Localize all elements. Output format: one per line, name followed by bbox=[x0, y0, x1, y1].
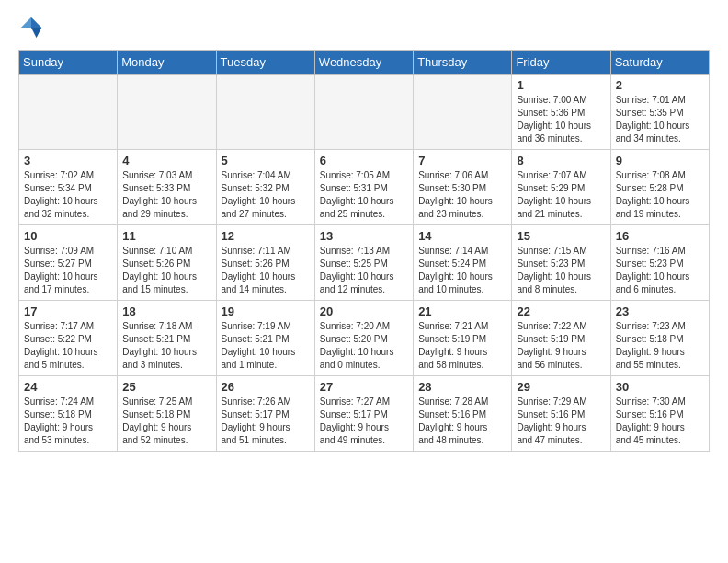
day-info: Sunrise: 7:11 AM Sunset: 5:26 PM Dayligh… bbox=[222, 245, 310, 296]
calendar-cell: 30Sunrise: 7:30 AM Sunset: 5:16 PM Dayli… bbox=[610, 376, 709, 452]
day-number: 17 bbox=[24, 304, 112, 318]
day-number: 29 bbox=[517, 380, 605, 394]
calendar-cell: 27Sunrise: 7:27 AM Sunset: 5:17 PM Dayli… bbox=[314, 376, 413, 452]
day-info: Sunrise: 7:00 AM Sunset: 5:36 PM Dayligh… bbox=[517, 94, 605, 145]
day-number: 26 bbox=[222, 380, 310, 394]
calendar-cell: 2Sunrise: 7:01 AM Sunset: 5:35 PM Daylig… bbox=[610, 75, 709, 150]
weekday-header: Saturday bbox=[610, 51, 709, 75]
day-number: 19 bbox=[222, 304, 310, 318]
day-number: 5 bbox=[222, 154, 310, 167]
calendar-cell bbox=[414, 75, 512, 150]
calendar-cell: 28Sunrise: 7:28 AM Sunset: 5:16 PM Dayli… bbox=[414, 376, 512, 452]
calendar-cell: 25Sunrise: 7:25 AM Sunset: 5:18 PM Dayli… bbox=[118, 376, 216, 452]
calendar-cell: 26Sunrise: 7:26 AM Sunset: 5:17 PM Dayli… bbox=[216, 376, 314, 452]
calendar-cell bbox=[118, 75, 216, 150]
calendar-cell: 29Sunrise: 7:29 AM Sunset: 5:16 PM Dayli… bbox=[512, 376, 610, 452]
svg-marker-2 bbox=[21, 17, 31, 28]
calendar-week-row: 24Sunrise: 7:24 AM Sunset: 5:18 PM Dayli… bbox=[19, 376, 710, 452]
calendar-cell: 4Sunrise: 7:03 AM Sunset: 5:33 PM Daylig… bbox=[118, 150, 216, 225]
day-number: 18 bbox=[122, 304, 210, 318]
day-number: 27 bbox=[320, 380, 408, 394]
day-info: Sunrise: 7:10 AM Sunset: 5:26 PM Dayligh… bbox=[122, 245, 210, 296]
day-info: Sunrise: 7:29 AM Sunset: 5:16 PM Dayligh… bbox=[517, 396, 605, 447]
day-number: 9 bbox=[616, 154, 704, 167]
day-number: 22 bbox=[517, 304, 605, 318]
day-info: Sunrise: 7:01 AM Sunset: 5:35 PM Dayligh… bbox=[616, 94, 704, 145]
day-info: Sunrise: 7:09 AM Sunset: 5:27 PM Dayligh… bbox=[24, 245, 112, 296]
day-number: 15 bbox=[517, 229, 605, 243]
day-info: Sunrise: 7:30 AM Sunset: 5:16 PM Dayligh… bbox=[616, 396, 704, 447]
day-number: 8 bbox=[517, 154, 605, 167]
day-number: 28 bbox=[418, 380, 506, 394]
calendar-cell: 11Sunrise: 7:10 AM Sunset: 5:26 PM Dayli… bbox=[118, 225, 216, 301]
day-number: 14 bbox=[418, 229, 506, 243]
day-info: Sunrise: 7:07 AM Sunset: 5:29 PM Dayligh… bbox=[517, 169, 605, 221]
day-number: 1 bbox=[517, 78, 605, 92]
day-info: Sunrise: 7:28 AM Sunset: 5:16 PM Dayligh… bbox=[418, 396, 506, 447]
calendar-cell: 6Sunrise: 7:05 AM Sunset: 5:31 PM Daylig… bbox=[314, 150, 413, 225]
weekday-header: Wednesday bbox=[314, 51, 413, 75]
weekday-header: Thursday bbox=[414, 51, 512, 75]
calendar-cell: 18Sunrise: 7:18 AM Sunset: 5:21 PM Dayli… bbox=[118, 301, 216, 376]
calendar-week-row: 3Sunrise: 7:02 AM Sunset: 5:34 PM Daylig… bbox=[19, 150, 710, 225]
day-info: Sunrise: 7:23 AM Sunset: 5:18 PM Dayligh… bbox=[616, 320, 704, 372]
day-number: 30 bbox=[616, 380, 704, 394]
calendar-cell bbox=[19, 75, 118, 150]
day-number: 16 bbox=[616, 229, 704, 243]
day-info: Sunrise: 7:22 AM Sunset: 5:19 PM Dayligh… bbox=[517, 320, 605, 372]
calendar-cell: 16Sunrise: 7:16 AM Sunset: 5:23 PM Dayli… bbox=[610, 225, 709, 301]
page: SundayMondayTuesdayWednesdayThursdayFrid… bbox=[0, 0, 728, 563]
calendar-cell: 1Sunrise: 7:00 AM Sunset: 5:36 PM Daylig… bbox=[512, 75, 610, 150]
calendar-cell: 22Sunrise: 7:22 AM Sunset: 5:19 PM Dayli… bbox=[512, 301, 610, 376]
calendar-header-row: SundayMondayTuesdayWednesdayThursdayFrid… bbox=[19, 51, 710, 75]
calendar-week-row: 10Sunrise: 7:09 AM Sunset: 5:27 PM Dayli… bbox=[19, 225, 710, 301]
weekday-header: Tuesday bbox=[216, 51, 314, 75]
day-info: Sunrise: 7:08 AM Sunset: 5:28 PM Dayligh… bbox=[616, 169, 704, 221]
svg-marker-0 bbox=[31, 17, 41, 28]
day-info: Sunrise: 7:17 AM Sunset: 5:22 PM Dayligh… bbox=[24, 320, 112, 372]
day-number: 11 bbox=[122, 229, 210, 243]
day-number: 20 bbox=[320, 304, 408, 318]
day-number: 2 bbox=[616, 78, 704, 92]
calendar-cell bbox=[216, 75, 314, 150]
logo bbox=[18, 15, 48, 40]
day-number: 7 bbox=[418, 154, 506, 167]
calendar-cell: 5Sunrise: 7:04 AM Sunset: 5:32 PM Daylig… bbox=[216, 150, 314, 225]
calendar-cell: 15Sunrise: 7:15 AM Sunset: 5:23 PM Dayli… bbox=[512, 225, 610, 301]
day-number: 21 bbox=[418, 304, 506, 318]
day-info: Sunrise: 7:02 AM Sunset: 5:34 PM Dayligh… bbox=[24, 169, 112, 221]
day-info: Sunrise: 7:16 AM Sunset: 5:23 PM Dayligh… bbox=[616, 245, 704, 296]
day-info: Sunrise: 7:13 AM Sunset: 5:25 PM Dayligh… bbox=[320, 245, 408, 296]
calendar-cell: 20Sunrise: 7:20 AM Sunset: 5:20 PM Dayli… bbox=[314, 301, 413, 376]
day-number: 6 bbox=[320, 154, 408, 167]
calendar-cell: 8Sunrise: 7:07 AM Sunset: 5:29 PM Daylig… bbox=[512, 150, 610, 225]
day-number: 3 bbox=[24, 154, 112, 167]
day-info: Sunrise: 7:21 AM Sunset: 5:19 PM Dayligh… bbox=[418, 320, 506, 372]
header bbox=[18, 15, 710, 40]
day-number: 4 bbox=[122, 154, 210, 167]
calendar-cell: 3Sunrise: 7:02 AM Sunset: 5:34 PM Daylig… bbox=[19, 150, 118, 225]
day-info: Sunrise: 7:03 AM Sunset: 5:33 PM Dayligh… bbox=[122, 169, 210, 221]
day-info: Sunrise: 7:18 AM Sunset: 5:21 PM Dayligh… bbox=[122, 320, 210, 372]
day-number: 23 bbox=[616, 304, 704, 318]
calendar-cell: 10Sunrise: 7:09 AM Sunset: 5:27 PM Dayli… bbox=[19, 225, 118, 301]
day-number: 25 bbox=[122, 380, 210, 394]
calendar-cell: 14Sunrise: 7:14 AM Sunset: 5:24 PM Dayli… bbox=[414, 225, 512, 301]
calendar-cell: 23Sunrise: 7:23 AM Sunset: 5:18 PM Dayli… bbox=[610, 301, 709, 376]
calendar-table: SundayMondayTuesdayWednesdayThursdayFrid… bbox=[18, 50, 710, 452]
day-info: Sunrise: 7:04 AM Sunset: 5:32 PM Dayligh… bbox=[222, 169, 310, 221]
weekday-header: Sunday bbox=[19, 51, 118, 75]
calendar-cell: 13Sunrise: 7:13 AM Sunset: 5:25 PM Dayli… bbox=[314, 225, 413, 301]
day-info: Sunrise: 7:24 AM Sunset: 5:18 PM Dayligh… bbox=[24, 396, 112, 447]
day-info: Sunrise: 7:26 AM Sunset: 5:17 PM Dayligh… bbox=[222, 396, 310, 447]
day-number: 13 bbox=[320, 229, 408, 243]
calendar-cell: 17Sunrise: 7:17 AM Sunset: 5:22 PM Dayli… bbox=[19, 301, 118, 376]
calendar-cell: 24Sunrise: 7:24 AM Sunset: 5:18 PM Dayli… bbox=[19, 376, 118, 452]
day-info: Sunrise: 7:06 AM Sunset: 5:30 PM Dayligh… bbox=[418, 169, 506, 221]
calendar-cell: 7Sunrise: 7:06 AM Sunset: 5:30 PM Daylig… bbox=[414, 150, 512, 225]
calendar-cell bbox=[314, 75, 413, 150]
svg-marker-1 bbox=[31, 28, 41, 38]
day-number: 10 bbox=[24, 229, 112, 243]
day-info: Sunrise: 7:25 AM Sunset: 5:18 PM Dayligh… bbox=[122, 396, 210, 447]
day-info: Sunrise: 7:19 AM Sunset: 5:21 PM Dayligh… bbox=[222, 320, 310, 372]
